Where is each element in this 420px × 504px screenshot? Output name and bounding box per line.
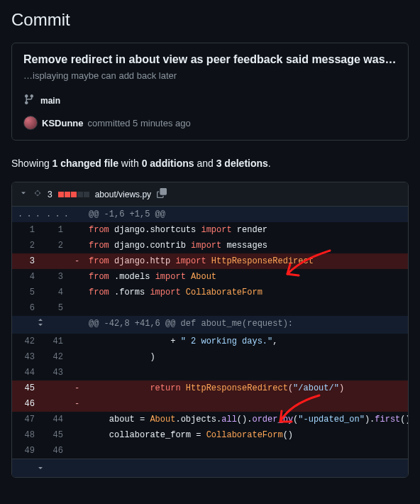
diff-marker bbox=[69, 269, 83, 285]
new-line-number[interactable]: 1 bbox=[40, 222, 69, 238]
code-cell: return HttpResponseRedirect("/about/") bbox=[83, 380, 408, 396]
diff-line: 4744 about = About.objects.all().order_b… bbox=[12, 412, 408, 427]
diff-line: 11 from django.shortcuts import render bbox=[12, 222, 408, 238]
code-cell: from django.contrib import messages bbox=[83, 238, 408, 253]
old-line-number[interactable]: 6 bbox=[12, 300, 40, 316]
new-line-number[interactable]: 43 bbox=[40, 365, 69, 380]
diff-marker bbox=[69, 300, 83, 316]
avatar[interactable] bbox=[23, 116, 38, 130]
diff-line: 43 from .models import About bbox=[12, 269, 408, 285]
diff-line: 4443 bbox=[12, 365, 408, 380]
old-line-number[interactable]: 42 bbox=[12, 334, 40, 349]
diff-line: 54 from .forms import CollaborateForm bbox=[12, 285, 408, 300]
code-cell: collaborate_form = CollaborateForm() bbox=[83, 427, 408, 443]
branch-row: main bbox=[23, 94, 397, 107]
diff-table: @@ -1,6 +1,5 @@11 from django.shortcuts … bbox=[12, 207, 408, 477]
hunk-header: @@ -1,6 +1,5 @@ bbox=[12, 207, 408, 222]
file-header: 3 about/views.py bbox=[12, 182, 408, 207]
old-line-number[interactable]: 43 bbox=[12, 349, 40, 365]
diff-line: 4946 bbox=[12, 443, 408, 459]
commit-time: committed 5 minutes ago bbox=[88, 118, 191, 128]
new-line-number[interactable]: 2 bbox=[40, 238, 69, 253]
new-line-number[interactable] bbox=[40, 253, 69, 269]
new-line-number[interactable] bbox=[40, 380, 69, 396]
diff-marker bbox=[69, 412, 83, 427]
code-cell: from .forms import CollaborateForm bbox=[83, 285, 408, 300]
commit-header-box: Remove redirect in about view as peer fe… bbox=[11, 43, 409, 141]
diff-container: 3 about/views.py @@ -1,6 +1,5 @@11 from … bbox=[11, 182, 409, 478]
code-cell bbox=[83, 365, 408, 380]
diff-line: 65 bbox=[12, 300, 408, 316]
diff-count: 3 bbox=[48, 190, 52, 199]
code-cell: from .models import About bbox=[83, 269, 408, 285]
diff-marker bbox=[69, 349, 83, 365]
page-title: Commit bbox=[0, 0, 420, 37]
code-cell: ) bbox=[83, 349, 408, 365]
code-cell bbox=[83, 396, 408, 412]
new-line-number[interactable]: 3 bbox=[40, 269, 69, 285]
diff-line: 4241 + " 2 working days.", bbox=[12, 334, 408, 349]
old-line-number[interactable]: 46 bbox=[12, 396, 40, 412]
commit-title: Remove redirect in about view as peer fe… bbox=[23, 53, 397, 66]
old-line-number[interactable]: 47 bbox=[12, 412, 40, 427]
file-path[interactable]: about/views.py bbox=[95, 190, 151, 199]
diff-marker bbox=[69, 443, 83, 459]
new-line-number[interactable]: 41 bbox=[40, 334, 69, 349]
author-row: KSDunne committed 5 minutes ago bbox=[23, 116, 397, 130]
diff-line: 22 from django.contrib import messages bbox=[12, 238, 408, 253]
diff-line: 46- bbox=[12, 396, 408, 412]
diff-marker bbox=[69, 222, 83, 238]
git-branch-icon bbox=[23, 94, 35, 107]
hunk-expand[interactable] bbox=[12, 316, 69, 334]
diff-marker bbox=[69, 334, 83, 349]
hunk-header: @@ -42,8 +41,6 @@ def about_me(request): bbox=[12, 316, 408, 334]
branch-name[interactable]: main bbox=[40, 96, 60, 106]
diff-marker: - bbox=[69, 253, 83, 269]
new-line-number[interactable]: 4 bbox=[40, 285, 69, 300]
old-line-number[interactable]: 44 bbox=[12, 365, 40, 380]
diff-marker bbox=[69, 238, 83, 253]
diff-line: 3-from django.http import HttpResponseRe… bbox=[12, 253, 408, 269]
diff-line: 45- return HttpResponseRedirect("/about/… bbox=[12, 380, 408, 396]
expand-footer[interactable] bbox=[12, 459, 408, 478]
old-line-number[interactable]: 4 bbox=[12, 269, 40, 285]
new-line-number[interactable]: 44 bbox=[40, 412, 69, 427]
old-line-number[interactable]: 3 bbox=[12, 253, 40, 269]
diff-line: 4845 collaborate_form = CollaborateForm(… bbox=[12, 427, 408, 443]
diff-line: 4342 ) bbox=[12, 349, 408, 365]
old-line-number[interactable]: 48 bbox=[12, 427, 40, 443]
code-cell bbox=[83, 300, 408, 316]
old-line-number[interactable]: 2 bbox=[12, 238, 40, 253]
old-line-number[interactable]: 45 bbox=[12, 380, 40, 396]
diff-marker bbox=[69, 365, 83, 380]
hunk-expand[interactable] bbox=[40, 207, 69, 222]
new-line-number[interactable] bbox=[40, 396, 69, 412]
diff-marker: - bbox=[69, 380, 83, 396]
chevron-down-icon[interactable] bbox=[19, 189, 28, 199]
code-cell: from django.http import HttpResponseRedi… bbox=[83, 253, 408, 269]
code-cell: from django.shortcuts import render bbox=[83, 222, 408, 238]
new-line-number[interactable]: 46 bbox=[40, 443, 69, 459]
copy-icon[interactable] bbox=[157, 188, 167, 200]
old-line-number[interactable]: 1 bbox=[12, 222, 40, 238]
hunk-expand[interactable] bbox=[12, 207, 40, 222]
new-line-number[interactable]: 45 bbox=[40, 427, 69, 443]
diff-marker bbox=[69, 285, 83, 300]
code-cell: + " 2 working days.", bbox=[83, 334, 408, 349]
diff-marker: - bbox=[69, 396, 83, 412]
drag-icon[interactable] bbox=[33, 189, 42, 199]
new-line-number[interactable]: 42 bbox=[40, 349, 69, 365]
old-line-number[interactable]: 5 bbox=[12, 285, 40, 300]
author-name[interactable]: KSDunne bbox=[42, 118, 84, 128]
old-line-number[interactable]: 49 bbox=[12, 443, 40, 459]
new-line-number[interactable]: 5 bbox=[40, 300, 69, 316]
commit-body: …isplaying maybe can add back later bbox=[23, 70, 397, 81]
diff-squares bbox=[58, 192, 89, 197]
changes-summary: Showing 1 changed file with 0 additions … bbox=[0, 146, 420, 176]
diff-marker bbox=[69, 427, 83, 443]
code-cell bbox=[83, 443, 408, 459]
code-cell: about = About.objects.all().order_by("-u… bbox=[83, 412, 408, 427]
